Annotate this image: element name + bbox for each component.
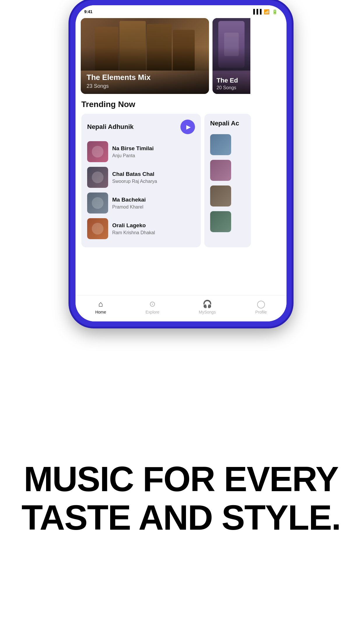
song-item-2[interactable]: Chal Batas Chal Swoorup Raj Acharya — [87, 164, 195, 190]
banner-side[interactable]: The Ed 20 Songs — [212, 18, 250, 94]
song-info-1: Na Birse Timilai Anju Panta — [112, 145, 154, 158]
play-icon: ▶ — [186, 123, 191, 130]
side-thumb-3 — [210, 186, 231, 206]
banner-side-text: The Ed 20 Songs — [212, 73, 250, 94]
banner-side-image — [212, 18, 250, 71]
phone-frame: 9:41 ▐▐▐ 📶 🔋 The Elements Mix — [70, 0, 292, 327]
battery-icon: 🔋 — [272, 9, 278, 15]
status-bar: 9:41 ▐▐▐ 📶 🔋 — [75, 5, 287, 18]
wifi-icon: 📶 — [264, 9, 270, 15]
banner-main-image — [81, 18, 209, 71]
nav-mysongs[interactable]: 🎧 MySongs — [199, 300, 216, 314]
tagline-line1: MUSIC FOR EVERY — [24, 459, 338, 498]
banner-side-subtitle: 20 Songs — [217, 85, 246, 90]
nav-home-label: Home — [95, 310, 106, 314]
song-name-3: Ma Bachekai — [112, 196, 146, 204]
side-song-1[interactable] — [210, 132, 245, 158]
song-thumb-3 — [87, 192, 108, 214]
banner-main-text: The Elements Mix 23 Songs — [81, 68, 209, 94]
side-song-2[interactable] — [210, 158, 245, 183]
card-main-title: Nepali Adhunik — [87, 123, 133, 131]
nav-explore[interactable]: ⊙ Explore — [145, 300, 159, 314]
side-thumb-4 — [210, 211, 231, 232]
tagline-line2: TASTE AND STYLE. — [22, 498, 341, 537]
song-item-1[interactable]: Na Birse Timilai Anju Panta — [87, 139, 195, 164]
trending-section: Trending Now Nepali Adhunik ▶ — [75, 94, 287, 247]
side-song-4[interactable] — [210, 209, 245, 235]
song-name-1: Na Birse Timilai — [112, 145, 154, 152]
song-artist-4: Ram Krishna Dhakal — [112, 230, 155, 235]
song-info-4: Orali Lageko Ram Krishna Dhakal — [112, 222, 155, 235]
song-name-4: Orali Lageko — [112, 222, 155, 229]
banner-main[interactable]: The Elements Mix 23 Songs — [81, 18, 209, 94]
song-artist-3: Pramod Kharel — [112, 204, 146, 210]
home-icon: ⌂ — [98, 300, 103, 309]
play-button[interactable]: ▶ — [180, 120, 195, 134]
signal-icon: ▐▐▐ — [252, 9, 261, 14]
song-item-4[interactable]: Orali Lageko Ram Krishna Dhakal — [87, 216, 195, 242]
song-thumb-4 — [87, 218, 108, 239]
side-thumb-2 — [210, 160, 231, 181]
explore-icon: ⊙ — [149, 300, 156, 309]
song-artist-2: Swoorup Raj Acharya — [112, 179, 157, 184]
nav-profile-label: Profile — [255, 310, 267, 314]
song-artist-1: Anju Panta — [112, 153, 154, 158]
bottom-nav: ⌂ Home ⊙ Explore 🎧 MySongs ◯ Profile — [75, 295, 287, 321]
trending-card-side: Nepali Ac — [204, 114, 251, 247]
song-thumb-2 — [87, 167, 108, 188]
card-header: Nepali Adhunik ▶ — [87, 120, 195, 134]
song-item-3[interactable]: Ma Bachekai Pramod Kharel — [87, 190, 195, 216]
side-thumb-1 — [210, 134, 231, 155]
tagline-text: MUSIC FOR EVERY TASTE AND STYLE. — [4, 460, 358, 537]
banner-side-title: The Ed — [217, 77, 246, 84]
nav-profile[interactable]: ◯ Profile — [255, 300, 267, 314]
profile-icon: ◯ — [257, 300, 265, 309]
song-thumb-1 — [87, 141, 108, 162]
banners-section: The Elements Mix 23 Songs The Ed 20 Song… — [75, 18, 287, 94]
status-icons: ▐▐▐ 📶 🔋 — [252, 9, 278, 15]
status-time: 9:41 — [84, 9, 92, 14]
mysongs-icon: 🎧 — [203, 300, 212, 309]
song-name-2: Chal Batas Chal — [112, 171, 157, 178]
card-side-title: Nepali Ac — [210, 120, 239, 127]
side-song-3[interactable] — [210, 183, 245, 209]
nav-mysongs-label: MySongs — [199, 310, 216, 314]
trending-cards: Nepali Adhunik ▶ Na Birse Timilai Anju P… — [81, 114, 281, 247]
song-info-2: Chal Batas Chal Swoorup Raj Acharya — [112, 171, 157, 184]
song-info-3: Ma Bachekai Pramod Kharel — [112, 196, 146, 210]
banner-main-title: The Elements Mix — [87, 73, 203, 82]
trending-card-main: Nepali Adhunik ▶ Na Birse Timilai Anju P… — [81, 114, 201, 247]
phone-screen: 9:41 ▐▐▐ 📶 🔋 The Elements Mix — [75, 5, 287, 321]
banner-main-subtitle: 23 Songs — [87, 83, 203, 89]
card-side-header: Nepali Ac — [210, 120, 245, 127]
nav-home[interactable]: ⌂ Home — [95, 300, 106, 314]
tagline-section: MUSIC FOR EVERY TASTE AND STYLE. — [0, 352, 362, 644]
trending-title: Trending Now — [81, 100, 281, 109]
nav-explore-label: Explore — [145, 310, 159, 314]
